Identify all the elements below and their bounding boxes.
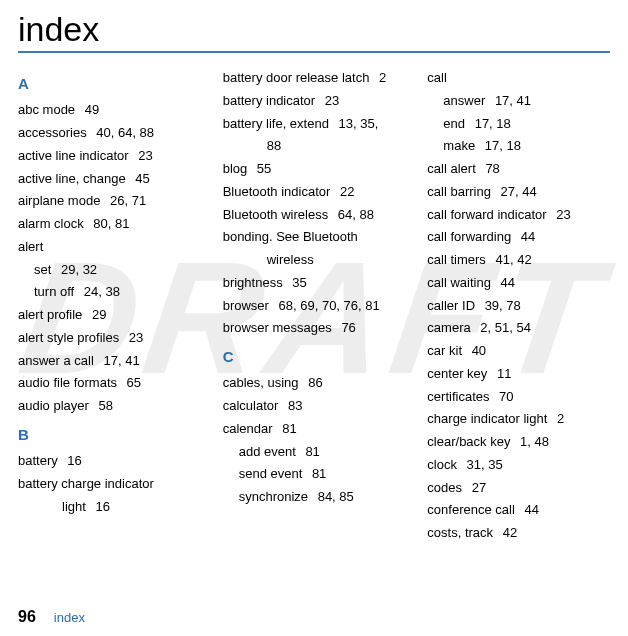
index-entry: conference call 44 <box>427 499 610 522</box>
index-term: wireless <box>267 252 314 267</box>
index-entry: call <box>427 67 610 90</box>
index-entry: set 29, 32 <box>18 259 201 282</box>
index-pages: 81 <box>308 466 326 481</box>
index-pages: 11 <box>493 366 511 381</box>
index-pages: 1, 48 <box>516 434 549 449</box>
index-term: synchronize <box>239 489 308 504</box>
index-pages: 78 <box>482 161 500 176</box>
index-entry: cables, using 86 <box>223 372 406 395</box>
index-term: battery indicator <box>223 93 316 108</box>
index-pages: 24, 38 <box>80 284 120 299</box>
index-term: battery charge indicator <box>18 476 154 491</box>
index-entry: call forwarding 44 <box>427 226 610 249</box>
index-term: airplane mode <box>18 193 100 208</box>
index-term: alarm clock <box>18 216 84 231</box>
index-pages: 27 <box>468 480 486 495</box>
index-pages: 58 <box>95 398 113 413</box>
index-pages: 16 <box>64 453 82 468</box>
index-pages: 29, 32 <box>57 262 97 277</box>
index-term: answer <box>443 93 485 108</box>
index-entry: call forward indicator 23 <box>427 204 610 227</box>
section-letter: B <box>18 422 201 448</box>
index-term: charge indicator light <box>427 411 547 426</box>
index-entry: active line indicator 23 <box>18 145 201 168</box>
index-entry: turn off 24, 38 <box>18 281 201 304</box>
index-entry: certificates 70 <box>427 386 610 409</box>
section-letter: C <box>223 344 406 370</box>
index-pages: 2, 51, 54 <box>477 320 531 335</box>
index-entry: Bluetooth indicator 22 <box>223 181 406 204</box>
index-pages: 17, 18 <box>481 138 521 153</box>
index-pages: 27, 44 <box>497 184 537 199</box>
index-term: audio file formats <box>18 375 117 390</box>
index-entry: call alert 78 <box>427 158 610 181</box>
index-pages: 23 <box>135 148 153 163</box>
index-entry: end 17, 18 <box>427 113 610 136</box>
index-entry: browser 68, 69, 70, 76, 81 <box>223 295 406 318</box>
index-pages: 40, 64, 88 <box>93 125 154 140</box>
index-term: call barring <box>427 184 491 199</box>
index-term: conference call <box>427 502 514 517</box>
index-entry: caller ID 39, 78 <box>427 295 610 318</box>
index-entry: active line, change 45 <box>18 168 201 191</box>
index-entry: calculator 83 <box>223 395 406 418</box>
index-term: battery <box>18 453 58 468</box>
index-entry: airplane mode 26, 71 <box>18 190 201 213</box>
index-column: battery door release latch 2battery indi… <box>223 67 406 545</box>
index-term: Bluetooth indicator <box>223 184 331 199</box>
page-title: index <box>18 10 610 53</box>
index-entry: answer 17, 41 <box>427 90 610 113</box>
index-entry: battery 16 <box>18 450 201 473</box>
index-pages: 22 <box>336 184 354 199</box>
index-term: active line, change <box>18 171 126 186</box>
index-pages: 64, 88 <box>334 207 374 222</box>
index-pages: 55 <box>253 161 271 176</box>
index-pages: 23 <box>553 207 571 222</box>
index-term: center key <box>427 366 487 381</box>
index-term: costs, track <box>427 525 493 540</box>
index-entry: 88 <box>223 135 406 158</box>
index-term: clear/back key <box>427 434 510 449</box>
index-entry: clear/back key 1, 48 <box>427 431 610 454</box>
index-entry: answer a call 17, 41 <box>18 350 201 373</box>
index-entry: battery door release latch 2 <box>223 67 406 90</box>
index-entry: call waiting 44 <box>427 272 610 295</box>
index-pages: 29 <box>88 307 106 322</box>
index-pages: 81 <box>302 444 320 459</box>
index-pages: 17, 41 <box>100 353 140 368</box>
index-pages: 39, 78 <box>481 298 521 313</box>
index-term: certificates <box>427 389 489 404</box>
index-entry: battery charge indicator <box>18 473 201 496</box>
index-term: camera <box>427 320 470 335</box>
index-column: Aabc mode 49accessories 40, 64, 88active… <box>18 67 201 545</box>
index-entry: blog 55 <box>223 158 406 181</box>
index-term: battery door release latch <box>223 70 370 85</box>
index-pages: 40 <box>468 343 486 358</box>
index-term: cables, using <box>223 375 299 390</box>
index-term: 88 <box>267 138 281 153</box>
index-pages: 23 <box>125 330 143 345</box>
index-entry: codes 27 <box>427 477 610 500</box>
index-term: call timers <box>427 252 486 267</box>
index-pages: 13, 35, <box>335 116 378 131</box>
index-term: alert <box>18 239 43 254</box>
index-entry: brightness 35 <box>223 272 406 295</box>
index-term: car kit <box>427 343 462 358</box>
index-term: active line indicator <box>18 148 129 163</box>
index-entry: camera 2, 51, 54 <box>427 317 610 340</box>
index-pages: 31, 35 <box>463 457 503 472</box>
index-term: caller ID <box>427 298 475 313</box>
index-entry: wireless <box>223 249 406 272</box>
index-entry: audio file formats 65 <box>18 372 201 395</box>
index-term: calculator <box>223 398 279 413</box>
index-term: answer a call <box>18 353 94 368</box>
index-term: Bluetooth wireless <box>223 207 329 222</box>
index-pages: 68, 69, 70, 76, 81 <box>275 298 380 313</box>
index-pages: 2 <box>553 411 564 426</box>
index-term: bonding. See Bluetooth <box>223 229 358 244</box>
index-entry: make 17, 18 <box>427 135 610 158</box>
index-pages: 49 <box>81 102 99 117</box>
index-term: clock <box>427 457 457 472</box>
index-entry: synchronize 84, 85 <box>223 486 406 509</box>
index-pages: 80, 81 <box>90 216 130 231</box>
